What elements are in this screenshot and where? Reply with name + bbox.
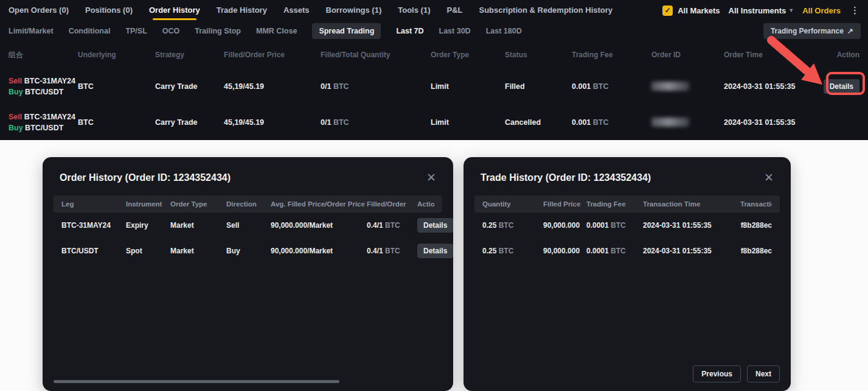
header-filled-total-quantity: Filled/Total Quantity: [321, 51, 431, 59]
tab-tools[interactable]: Tools (1): [398, 0, 430, 21]
leg-cell: BTC/USDT: [61, 247, 126, 255]
external-link-icon: ↗: [847, 27, 853, 35]
trading-fee-cell: 0.0001 BTC: [586, 221, 643, 230]
strategy-cell: Carry Trade: [155, 82, 224, 91]
range-last-30d[interactable]: Last 30D: [439, 27, 471, 35]
direction-cell: Sell: [226, 221, 271, 230]
subtab-trailing-stop[interactable]: Trailing Stop: [195, 27, 241, 35]
avg-price-cell: 90,000.000/Market: [271, 221, 367, 230]
filled-order-price-cell: 45,19/45.19: [224, 118, 321, 127]
tab-order-history[interactable]: Order History: [149, 0, 200, 21]
transaction-time-cell: 2024-03-31 01:55:35: [643, 247, 740, 255]
qty-unit: BTC: [385, 247, 400, 255]
action-cell: Details: [805, 79, 859, 94]
header-avg-filled-price: Avg. Filled Price/Order Price: [271, 200, 367, 208]
close-icon[interactable]: ✕: [424, 171, 439, 185]
header-order-type: Order Type: [431, 51, 505, 59]
leg-instrument: BTC/USDT: [25, 124, 63, 132]
all-instruments-dropdown[interactable]: All Instruments ▼: [729, 6, 794, 15]
filled-total-qty-cell: 0/1 BTC: [321, 118, 431, 127]
header-transaction-id: Transaction ID: [740, 200, 772, 208]
tab-assets[interactable]: Assets: [283, 0, 310, 21]
header-strategy: Strategy: [155, 51, 224, 59]
fee-unit: BTC: [593, 82, 609, 91]
range-last-7d[interactable]: Last 7D: [396, 27, 423, 35]
order-type-tabs: Limit/Market Conditional TP/SL OCO Trail…: [9, 23, 522, 39]
horizontal-scrollbar[interactable]: [54, 380, 339, 383]
avg-price-cell: 90,000.000/Market: [271, 247, 367, 255]
action-cell: Details: [417, 244, 453, 258]
close-icon[interactable]: ✕: [762, 171, 776, 185]
tab-positions[interactable]: Positions (0): [85, 0, 133, 21]
leg-instrument: BTC/USDT: [25, 88, 63, 96]
previous-button[interactable]: Previous: [693, 365, 741, 382]
qty-unit: BTC: [499, 221, 514, 230]
details-button[interactable]: Details: [824, 79, 859, 94]
all-orders-link[interactable]: All Orders: [802, 6, 841, 15]
subtab-tpsl[interactable]: TP/SL: [125, 27, 147, 35]
header-order-id: Order ID: [651, 51, 724, 59]
filled-price-cell: 90,000.000: [543, 221, 586, 230]
secondary-tab-bar: Limit/Market Conditional TP/SL OCO Trail…: [0, 21, 868, 41]
header-underlying: Underlying: [78, 51, 155, 59]
leg-side-sell: Sell: [9, 113, 22, 121]
direction-cell: Buy: [226, 247, 271, 255]
tab-trade-history[interactable]: Trade History: [217, 0, 267, 21]
order-id-cell: [651, 82, 724, 91]
kebab-menu-icon[interactable]: ⋮: [849, 5, 861, 16]
qty-unit: BTC: [333, 118, 349, 127]
order-type-cell: Market: [170, 247, 226, 255]
table-filters: ✓ All Markets All Instruments ▼ All Orde…: [662, 5, 861, 16]
quantity-cell: 0.25 BTC: [482, 221, 543, 230]
primary-tabs: Open Orders (0) Positions (0) Order Hist…: [9, 0, 613, 21]
trade-modal-header: Trade History (Order ID: 1234352434) ✕: [464, 157, 791, 193]
details-button[interactable]: Details: [417, 218, 453, 233]
subtab-spread-trading[interactable]: Spread Trading: [312, 23, 381, 39]
instrument-cell: Expiry: [126, 221, 170, 230]
order-modal-table: Leg Instrument Order Type Direction Avg.…: [54, 196, 442, 264]
trading-fee-cell: 0.001 BTC: [572, 118, 651, 127]
orders-panel: Open Orders (0) Positions (0) Order Hist…: [0, 0, 868, 140]
all-markets-label: All Markets: [678, 6, 720, 15]
tab-subscription-redemption-history[interactable]: Subscription & Redemption History: [479, 0, 613, 21]
header-action: Action: [417, 200, 434, 208]
header-instrument: Instrument: [126, 200, 170, 208]
leg-side-buy: Buy: [9, 124, 23, 132]
qty-unit: BTC: [499, 247, 514, 255]
header-filled-order: Filled/Order: [367, 200, 417, 208]
header-order-type: Order Type: [170, 200, 226, 208]
fee-unit: BTC: [611, 221, 626, 230]
next-button[interactable]: Next: [747, 365, 780, 382]
trading-fee-cell: 0.001 BTC: [572, 82, 651, 91]
order-modal-title: Order History (Order ID: 1234352434): [60, 172, 231, 183]
qty-unit: BTC: [385, 221, 400, 230]
range-last-180d[interactable]: Last 180D: [486, 27, 522, 35]
all-markets-filter[interactable]: ✓ All Markets: [662, 5, 720, 16]
subtab-mmr-close[interactable]: MMR Close: [256, 27, 297, 35]
all-markets-checkbox[interactable]: ✓: [662, 5, 673, 16]
trade-modal-table: Quantity Filled Price Trading Fee Transa…: [474, 196, 780, 264]
subtab-oco[interactable]: OCO: [162, 27, 179, 35]
list-item: 0.25 BTC 90,000.000 0.0001 BTC 2024-03-3…: [474, 213, 780, 238]
table-row: Sell BTC-31MAY24 Buy BTC/USDT BTC Carry …: [0, 104, 868, 140]
details-button[interactable]: Details: [417, 244, 453, 258]
header-combo: 组合: [9, 50, 78, 60]
order-time-cell: 2024-03-31 01:55:35: [724, 82, 805, 91]
pagination: Previous Next: [693, 365, 780, 382]
tab-pnl[interactable]: P&L: [446, 0, 462, 21]
leg-cell: BTC-31MAY24: [61, 221, 126, 230]
order-id-redacted: [651, 82, 689, 91]
tab-open-orders[interactable]: Open Orders (0): [9, 0, 69, 21]
subtab-limit-market[interactable]: Limit/Market: [9, 27, 54, 35]
screen: Open Orders (0) Positions (0) Order Hist…: [0, 0, 868, 391]
filled-order-cell: 0.4/1 BTC: [367, 247, 417, 255]
subtab-conditional[interactable]: Conditional: [69, 27, 111, 35]
trading-performance-button[interactable]: Trading Performance ↗: [763, 23, 861, 39]
tab-borrowings[interactable]: Borrowings (1): [326, 0, 382, 21]
combo-cell: Sell BTC-31MAY24 Buy BTC/USDT: [9, 111, 78, 133]
trade-modal-table-header: Quantity Filled Price Trading Fee Transa…: [474, 196, 780, 213]
transaction-id-cell: f8b288ec: [740, 221, 772, 230]
order-modal-table-header: Leg Instrument Order Type Direction Avg.…: [54, 196, 442, 213]
chevron-down-icon: ▼: [788, 7, 794, 13]
transaction-time-cell: 2024-03-31 01:55:35: [643, 221, 740, 230]
